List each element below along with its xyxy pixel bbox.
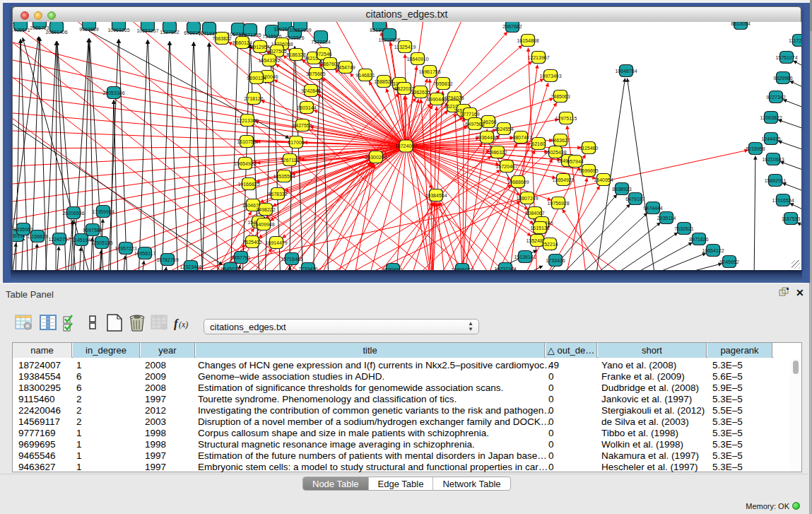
svg-text:16782759: 16782759 xyxy=(156,257,178,262)
svg-text:1244415: 1244415 xyxy=(761,136,780,141)
svg-text:19654923: 19654923 xyxy=(234,161,256,166)
svg-text:7733426: 7733426 xyxy=(298,267,317,271)
svg-text:1640954: 1640954 xyxy=(594,177,613,182)
svg-text:7573234: 7573234 xyxy=(311,40,330,45)
svg-text:18640910: 18640910 xyxy=(406,57,428,62)
svg-text:957944: 957944 xyxy=(567,159,583,164)
svg-text:12242757: 12242757 xyxy=(48,237,70,242)
svg-text:8813054: 8813054 xyxy=(731,22,750,26)
svg-text:10025438: 10025438 xyxy=(544,150,566,155)
svg-text:1405571: 1405571 xyxy=(13,28,30,33)
svg-text:8990448: 8990448 xyxy=(427,97,446,102)
svg-text:9115460: 9115460 xyxy=(579,146,599,151)
svg-text:11325419: 11325419 xyxy=(394,45,416,49)
svg-text:12323446: 12323446 xyxy=(180,264,201,269)
svg-text:15720407: 15720407 xyxy=(495,164,517,169)
svg-text:1145194: 1145194 xyxy=(72,238,91,243)
svg-text:10973493: 10973493 xyxy=(539,74,561,78)
svg-text:16896071: 16896071 xyxy=(451,267,473,271)
svg-text:17016534: 17016534 xyxy=(772,198,794,203)
svg-text:9089661: 9089661 xyxy=(383,267,402,271)
svg-text:15692911: 15692911 xyxy=(765,178,787,183)
svg-text:62160: 62160 xyxy=(531,141,546,146)
svg-text:10963265: 10963265 xyxy=(107,28,129,33)
svg-text:9457791: 9457791 xyxy=(231,255,250,260)
svg-text:7955812: 7955812 xyxy=(433,81,452,86)
svg-text:2803144: 2803144 xyxy=(297,105,316,110)
svg-text:19384554: 19384554 xyxy=(425,193,447,198)
svg-text:10232344: 10232344 xyxy=(494,267,516,271)
svg-text:9329966: 9329966 xyxy=(773,76,792,81)
svg-text:9794028: 9794028 xyxy=(445,95,464,100)
svg-text:817006: 817006 xyxy=(288,140,304,145)
svg-text:972546: 972546 xyxy=(315,52,331,57)
svg-text:19218506: 19218506 xyxy=(378,37,400,42)
svg-text:9063869: 9063869 xyxy=(79,27,98,32)
svg-text:16961758: 16961758 xyxy=(418,69,440,74)
svg-text:9242848: 9242848 xyxy=(301,88,320,93)
svg-text:3624554: 3624554 xyxy=(494,127,513,132)
svg-text:13654923: 13654923 xyxy=(552,177,574,182)
svg-text:3875685: 3875685 xyxy=(306,71,325,76)
svg-text:9084067: 9084067 xyxy=(525,211,544,216)
svg-text:9327505: 9327505 xyxy=(267,49,286,54)
svg-text:1362615: 1362615 xyxy=(411,90,430,95)
svg-text:16154808: 16154808 xyxy=(517,38,539,43)
svg-text:1635061: 1635061 xyxy=(13,227,33,232)
svg-text:8938923: 8938923 xyxy=(612,187,631,192)
svg-text:16914479: 16914479 xyxy=(265,240,287,245)
svg-text:20691406: 20691406 xyxy=(45,30,67,35)
svg-text:11156829: 11156829 xyxy=(27,234,48,239)
svg-text:2987682: 2987682 xyxy=(502,24,522,29)
svg-text:6479197: 6479197 xyxy=(625,197,645,201)
svg-text:(x): (x) xyxy=(179,320,188,329)
svg-text:19756928: 19756928 xyxy=(547,201,569,206)
svg-text:20206536: 20206536 xyxy=(62,211,84,216)
svg-text:2718126: 2718126 xyxy=(244,96,263,101)
svg-text:1615132: 1615132 xyxy=(530,226,549,230)
svg-text:15136141: 15136141 xyxy=(514,255,536,259)
svg-text:9777169: 9777169 xyxy=(460,112,479,117)
svg-text:8215958: 8215958 xyxy=(746,146,765,151)
svg-text:9146821: 9146821 xyxy=(355,73,375,78)
svg-text:1527602: 1527602 xyxy=(160,30,179,35)
svg-text:10654122: 10654122 xyxy=(702,248,724,253)
svg-text:3267110: 3267110 xyxy=(281,158,300,163)
svg-text:9890124: 9890124 xyxy=(247,76,266,81)
svg-text:18807249: 18807249 xyxy=(516,196,538,201)
svg-text:15751074: 15751074 xyxy=(775,55,797,60)
svg-text:1733426: 1733426 xyxy=(546,258,565,263)
svg-text:252214: 252214 xyxy=(541,242,558,247)
svg-text:8427552: 8427552 xyxy=(293,123,312,128)
svg-text:10653267: 10653267 xyxy=(136,28,158,33)
svg-text:15716485: 15716485 xyxy=(281,257,302,262)
svg-text:2935114: 2935114 xyxy=(657,216,676,221)
svg-text:11172782: 11172782 xyxy=(789,38,801,43)
svg-text:9699695: 9699695 xyxy=(579,168,598,173)
svg-text:17359934: 17359934 xyxy=(92,209,114,214)
svg-text:9245652: 9245652 xyxy=(719,259,739,264)
svg-text:10648784: 10648784 xyxy=(615,69,637,74)
svg-text:20364436: 20364436 xyxy=(476,135,498,140)
svg-text:25300203: 25300203 xyxy=(365,155,387,160)
svg-text:9845071: 9845071 xyxy=(220,267,240,271)
svg-text:3454749: 3454749 xyxy=(336,65,355,70)
svg-text:19166825: 19166825 xyxy=(237,182,259,187)
svg-text:10653809: 10653809 xyxy=(289,28,311,33)
svg-text:8660124: 8660124 xyxy=(233,40,252,45)
svg-text:13535594: 13535594 xyxy=(273,174,295,179)
svg-text:17957223: 17957223 xyxy=(114,246,136,251)
svg-text:12213369: 12213369 xyxy=(236,118,258,123)
svg-text:9097588: 9097588 xyxy=(83,228,102,233)
svg-text:12093822: 12093822 xyxy=(760,115,782,120)
svg-text:16409948: 16409948 xyxy=(252,222,274,227)
svg-text:7632621: 7632621 xyxy=(674,226,693,231)
svg-text:18724007: 18724007 xyxy=(395,144,417,148)
svg-text:1167533: 1167533 xyxy=(782,216,801,221)
svg-text:7625402: 7625402 xyxy=(242,240,261,245)
svg-text:9227342: 9227342 xyxy=(766,95,785,100)
svg-text:29053346: 29053346 xyxy=(102,90,124,95)
svg-text:12213967: 12213967 xyxy=(527,55,549,60)
svg-text:7986322: 7986322 xyxy=(488,150,507,155)
svg-text:12975115: 12975115 xyxy=(555,116,577,121)
